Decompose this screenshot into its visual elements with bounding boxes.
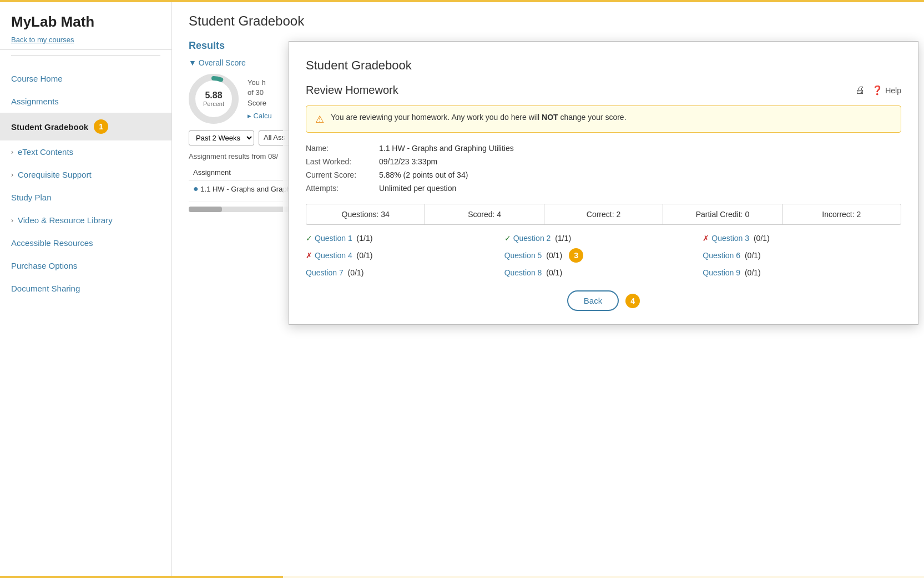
incorrect-label: Incorrect: bbox=[822, 210, 854, 219]
sidebar-item-student-gradebook[interactable]: Student Gradebook 1 bbox=[0, 113, 171, 140]
sidebar-item-accessible-resources[interactable]: Accessible Resources bbox=[0, 232, 171, 254]
sidebar-item-label: Document Sharing bbox=[11, 284, 80, 293]
stats-row: Questions: 34 Scored: 4 Correct: 2 Par bbox=[306, 204, 901, 225]
sidebar-item-assignments[interactable]: Assignments bbox=[0, 90, 171, 113]
app-container: MyLab Math Back to my courses Course Hom… bbox=[0, 0, 924, 578]
sidebar-divider bbox=[11, 56, 160, 56]
nav-badge-4: 4 bbox=[625, 294, 640, 308]
question-8-link[interactable]: Question 8 bbox=[504, 268, 542, 277]
question-3-item: ✗ Question 3 (0/1) bbox=[703, 234, 901, 243]
question-2-item: ✓ Question 2 (1/1) bbox=[504, 234, 703, 243]
current-score-value: 5.88% (2 points out of 34) bbox=[379, 170, 901, 179]
question-7-link[interactable]: Question 7 bbox=[306, 268, 344, 277]
sidebar-item-study-plan[interactable]: Study Plan bbox=[0, 186, 171, 209]
page-title: Student Gradebook bbox=[189, 13, 913, 29]
question-2-link[interactable]: Question 2 bbox=[513, 234, 551, 243]
question-9-link[interactable]: Question 9 bbox=[703, 268, 740, 277]
help-button[interactable]: ❓ Help bbox=[872, 85, 901, 96]
sidebar-item-label: Student Gradebook bbox=[11, 122, 88, 132]
help-label: Help bbox=[885, 86, 901, 95]
name-value: 1.1 HW - Graphs and Graphing Utilities bbox=[379, 144, 901, 153]
incorrect-value: 2 bbox=[857, 210, 861, 219]
modal-box: Student Gradebook Review Homework 🖨 ❓ He… bbox=[289, 41, 918, 325]
correct-label: Correct: bbox=[587, 210, 614, 219]
question-4-link[interactable]: Question 4 bbox=[315, 251, 352, 260]
svg-point-0 bbox=[193, 78, 234, 119]
question-8-item: Question 8 (0/1) bbox=[504, 268, 703, 277]
main-layout: MyLab Math Back to my courses Course Hom… bbox=[0, 2, 924, 578]
back-to-courses-link[interactable]: Back to my courses bbox=[11, 36, 74, 44]
content-area: Student Gradebook Results ▼ Overall Scor… bbox=[172, 2, 924, 578]
sidebar-item-label: Video & Resource Library bbox=[18, 215, 113, 225]
question-4-score: (0/1) bbox=[355, 251, 373, 260]
print-icon[interactable]: 🖨 bbox=[855, 84, 865, 96]
score-text: You hof 30Score bbox=[248, 78, 272, 108]
x-icon: ✗ bbox=[306, 251, 312, 260]
question-2-score: (1/1) bbox=[553, 234, 571, 243]
correct-value: 2 bbox=[616, 210, 620, 219]
x-icon: ✗ bbox=[703, 234, 709, 243]
sidebar-item-course-home[interactable]: Course Home bbox=[0, 67, 171, 90]
overall-score-label: Overall Score bbox=[199, 58, 246, 67]
scrollbar-thumb bbox=[189, 207, 222, 212]
question-5-link[interactable]: Question 5 bbox=[504, 251, 542, 260]
question-9-item: Question 9 (0/1) bbox=[703, 268, 901, 277]
attempts-value: Unlimited per question bbox=[379, 184, 901, 193]
question-6-link[interactable]: Question 6 bbox=[703, 251, 740, 260]
help-circle-icon: ❓ bbox=[872, 85, 883, 96]
attempts-label: Attempts: bbox=[306, 184, 372, 193]
question-5-score: (0/1) bbox=[544, 251, 562, 260]
sidebar-item-video-resource[interactable]: › Video & Resource Library bbox=[0, 209, 171, 232]
nav-badge-1: 1 bbox=[94, 119, 108, 134]
question-3-score: (0/1) bbox=[751, 234, 770, 243]
back-button[interactable]: Back bbox=[567, 290, 619, 311]
review-homework-title: Review Homework bbox=[306, 84, 398, 97]
question-9-score: (0/1) bbox=[743, 268, 761, 277]
sidebar-item-corequisite-support[interactable]: › Corequisite Support bbox=[0, 163, 171, 186]
last-worked-value: 09/12/23 3:33pm bbox=[379, 157, 901, 166]
current-score-label: Current Score: bbox=[306, 170, 372, 179]
modal-header-row: Review Homework 🖨 ❓ Help bbox=[306, 84, 901, 97]
question-3-link[interactable]: Question 3 bbox=[711, 234, 749, 243]
questions-value: 34 bbox=[381, 210, 390, 219]
correct-stat: Correct: 2 bbox=[544, 204, 663, 224]
weeks-filter[interactable]: Past 2 Weeks bbox=[189, 130, 254, 145]
checkmark-icon: ✓ bbox=[306, 234, 312, 243]
modal-overlay: Student Gradebook Review Homework 🖨 ❓ He… bbox=[283, 36, 924, 578]
sidebar-item-document-sharing[interactable]: Document Sharing bbox=[0, 277, 171, 300]
sidebar-item-label: Purchase Options bbox=[11, 261, 77, 270]
question-6-item: Question 6 (0/1) bbox=[703, 248, 901, 263]
back-row: Back 4 bbox=[306, 290, 901, 311]
partial-value: 0 bbox=[745, 210, 749, 219]
chevron-right-icon: › bbox=[11, 217, 13, 224]
nav-badge-3: 3 bbox=[569, 248, 583, 263]
sidebar-item-purchase-options[interactable]: Purchase Options bbox=[0, 254, 171, 277]
questions-grid: ✓ Question 1 (1/1) ✓ Question 2 (1/1) bbox=[306, 234, 901, 277]
info-grid: Name: 1.1 HW - Graphs and Graphing Utili… bbox=[306, 144, 901, 193]
sidebar-item-etext-contents[interactable]: › eText Contents bbox=[0, 140, 171, 163]
sidebar-header: MyLab Math Back to my courses bbox=[0, 2, 171, 50]
triangle-down-icon: ▼ bbox=[189, 58, 196, 67]
name-label: Name: bbox=[306, 144, 372, 153]
score-circle: 5.88 Percent bbox=[189, 74, 239, 124]
question-1-link[interactable]: Question 1 bbox=[315, 234, 352, 243]
calc-link[interactable]: ▸ Calcu bbox=[248, 112, 272, 120]
progress-ring bbox=[189, 74, 239, 124]
partial-stat: Partial Credit: 0 bbox=[663, 204, 782, 224]
question-5-item: Question 5 (0/1) 3 bbox=[504, 248, 703, 263]
sidebar: MyLab Math Back to my courses Course Hom… bbox=[0, 2, 172, 578]
sidebar-item-label: Assignments bbox=[11, 97, 59, 106]
questions-stat: Questions: 34 bbox=[306, 204, 425, 224]
warning-text: You are reviewing your homework. Any wor… bbox=[331, 113, 627, 122]
modal-title: Student Gradebook bbox=[306, 58, 901, 73]
question-7-score: (0/1) bbox=[346, 268, 364, 277]
question-6-score: (0/1) bbox=[743, 251, 761, 260]
scored-label: Scored: bbox=[468, 210, 494, 219]
checkmark-icon: ✓ bbox=[504, 234, 511, 243]
assignment-dot-icon: ● bbox=[193, 184, 199, 193]
chevron-right-icon: › bbox=[11, 148, 13, 156]
sidebar-item-label: Study Plan bbox=[11, 193, 52, 202]
question-1-score: (1/1) bbox=[355, 234, 373, 243]
sidebar-item-label: Accessible Resources bbox=[11, 238, 93, 248]
scored-value: 4 bbox=[497, 210, 501, 219]
